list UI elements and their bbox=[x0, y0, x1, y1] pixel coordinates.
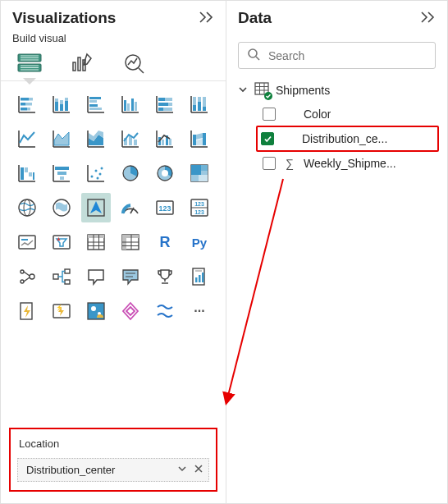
line-stacked-column-icon[interactable] bbox=[116, 124, 145, 153]
matrix-icon[interactable] bbox=[116, 227, 145, 257]
svg-text:⚡: ⚡ bbox=[56, 304, 63, 311]
checkbox-color[interactable] bbox=[263, 108, 276, 121]
area-chart-icon[interactable] bbox=[47, 124, 76, 153]
svg-rect-77 bbox=[203, 133, 206, 145]
field-chip[interactable]: Distribution_center bbox=[17, 458, 209, 482]
azure-map-icon[interactable] bbox=[81, 193, 111, 222]
funnel-chart-icon[interactable] bbox=[47, 158, 76, 188]
line-clustered-column-icon[interactable] bbox=[150, 124, 180, 153]
svg-rect-56 bbox=[203, 107, 206, 111]
pie-chart-icon[interactable] bbox=[116, 158, 145, 188]
power-apps-icon[interactable] bbox=[12, 296, 42, 326]
field-label: Distribution_ce... bbox=[302, 132, 387, 145]
python-visual-icon[interactable]: Py bbox=[185, 227, 214, 257]
power-automate-icon[interactable]: ⚡ bbox=[47, 296, 76, 326]
svg-rect-47 bbox=[158, 108, 163, 111]
svg-rect-150 bbox=[199, 275, 201, 282]
location-field-well: Location Distribution_center bbox=[9, 428, 217, 492]
decomposition-tree-icon[interactable] bbox=[47, 262, 76, 291]
svg-point-93 bbox=[99, 173, 102, 176]
collapse-visualizations-icon[interactable] bbox=[199, 11, 214, 25]
svg-point-159 bbox=[249, 49, 257, 57]
table-shipments[interactable]: Shipments bbox=[235, 77, 442, 103]
trophy-icon[interactable] bbox=[150, 262, 180, 291]
svg-rect-43 bbox=[158, 98, 165, 101]
table-icon bbox=[254, 82, 269, 98]
svg-rect-142 bbox=[65, 269, 70, 273]
line-chart-icon[interactable] bbox=[12, 124, 42, 153]
r-visual-icon[interactable]: R bbox=[150, 227, 180, 257]
svg-rect-88 bbox=[60, 176, 64, 180]
collapse-data-icon[interactable] bbox=[421, 11, 436, 25]
stacked-area-chart-icon[interactable] bbox=[81, 124, 111, 153]
expand-collapse-icon[interactable] bbox=[238, 84, 248, 97]
svg-rect-45 bbox=[158, 103, 168, 106]
sigma-icon: ∑ bbox=[282, 157, 297, 170]
svg-rect-15 bbox=[21, 98, 29, 101]
format-visual-tab[interactable] bbox=[68, 49, 96, 77]
svg-rect-104 bbox=[201, 171, 208, 175]
svg-text:▲: ▲ bbox=[56, 236, 62, 241]
app-source-icon[interactable] bbox=[116, 296, 145, 326]
svg-rect-71 bbox=[162, 140, 164, 145]
key-influencers-icon[interactable] bbox=[12, 262, 42, 291]
table-icon[interactable] bbox=[81, 227, 111, 257]
svg-rect-67 bbox=[134, 140, 137, 145]
hundred-stacked-bar-icon[interactable] bbox=[150, 89, 180, 119]
stacked-bar-chart-icon[interactable] bbox=[12, 89, 42, 119]
chevron-down-icon[interactable] bbox=[177, 464, 187, 476]
svg-point-99 bbox=[162, 170, 168, 176]
gauge-icon[interactable] bbox=[116, 193, 145, 222]
field-distribution-center[interactable]: Distribution_ce... bbox=[256, 126, 439, 152]
checkbox-weekly[interactable] bbox=[263, 157, 276, 170]
flow-icon[interactable] bbox=[150, 296, 180, 326]
remove-field-icon[interactable] bbox=[194, 464, 203, 476]
svg-line-160 bbox=[256, 57, 259, 60]
svg-rect-86 bbox=[55, 167, 69, 170]
clustered-bar-chart-icon[interactable] bbox=[81, 89, 111, 119]
field-weekly-shipments[interactable]: ∑ Weekly_Shipme... bbox=[259, 152, 442, 175]
search-icon bbox=[247, 48, 260, 63]
hundred-stacked-column-icon[interactable] bbox=[185, 89, 214, 119]
search-box[interactable] bbox=[238, 42, 436, 69]
field-color[interactable]: Color bbox=[259, 103, 442, 126]
donut-chart-icon[interactable] bbox=[150, 158, 180, 188]
treemap-icon[interactable] bbox=[185, 158, 214, 188]
more-visuals-icon[interactable]: ··· bbox=[185, 296, 214, 326]
kpi-icon[interactable] bbox=[12, 227, 42, 257]
clustered-column-chart-icon[interactable] bbox=[116, 89, 145, 119]
card-icon[interactable]: 123 bbox=[150, 193, 180, 222]
build-visual-tab[interactable] bbox=[16, 49, 43, 77]
waterfall-chart-icon[interactable] bbox=[12, 158, 42, 188]
field-chip-text: Distribution_center bbox=[26, 464, 115, 476]
filled-map-icon[interactable] bbox=[47, 193, 76, 222]
slicer-icon[interactable]: ▲ bbox=[47, 227, 76, 257]
svg-rect-81 bbox=[25, 167, 28, 172]
svg-rect-20 bbox=[27, 108, 30, 111]
stacked-column-chart-icon[interactable] bbox=[47, 89, 76, 119]
svg-rect-33 bbox=[89, 104, 98, 107]
svg-line-140 bbox=[24, 277, 30, 282]
svg-point-91 bbox=[91, 176, 94, 178]
svg-rect-23 bbox=[55, 102, 58, 111]
search-input[interactable] bbox=[267, 48, 427, 63]
smart-narrative-icon[interactable] bbox=[116, 262, 145, 291]
qa-visual-icon[interactable] bbox=[81, 262, 111, 291]
svg-rect-106 bbox=[199, 175, 208, 181]
multi-row-card-icon[interactable]: 123123 bbox=[185, 193, 214, 222]
map-icon[interactable] bbox=[12, 193, 42, 222]
svg-rect-9 bbox=[78, 57, 80, 71]
scatter-chart-icon[interactable] bbox=[81, 158, 111, 188]
svg-rect-24 bbox=[55, 99, 58, 102]
paginated-report-icon[interactable] bbox=[185, 262, 214, 291]
analytics-tab[interactable] bbox=[121, 49, 149, 77]
data-title: Data bbox=[238, 9, 272, 27]
ribbon-chart-icon[interactable] bbox=[185, 124, 214, 153]
checkbox-distribution-center[interactable] bbox=[261, 132, 274, 145]
svg-rect-17 bbox=[21, 103, 25, 106]
svg-rect-87 bbox=[57, 172, 66, 175]
svg-rect-73 bbox=[169, 139, 171, 145]
arcgis-map-icon[interactable] bbox=[81, 296, 111, 326]
svg-line-12 bbox=[139, 68, 144, 73]
svg-rect-82 bbox=[29, 172, 32, 176]
